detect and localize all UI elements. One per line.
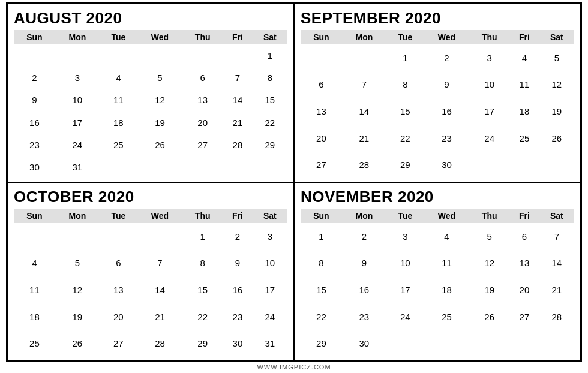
cal-day[interactable]: 4 xyxy=(424,223,469,250)
cal-day[interactable]: 28 xyxy=(342,151,386,178)
cal-day[interactable]: 24 xyxy=(469,125,509,152)
cal-day[interactable]: 10 xyxy=(55,89,100,111)
cal-day[interactable]: 25 xyxy=(424,303,469,330)
cal-day[interactable]: 21 xyxy=(342,125,386,152)
cal-day[interactable]: 23 xyxy=(424,125,469,152)
cal-day[interactable]: 16 xyxy=(424,98,469,125)
cal-day[interactable]: 9 xyxy=(424,71,469,98)
cal-day[interactable]: 24 xyxy=(386,303,424,330)
cal-day[interactable]: 24 xyxy=(253,303,287,330)
cal-day[interactable]: 1 xyxy=(301,223,342,250)
cal-day[interactable]: 13 xyxy=(509,250,539,277)
cal-day[interactable]: 12 xyxy=(469,250,509,277)
cal-day[interactable]: 17 xyxy=(253,276,287,303)
cal-day[interactable]: 7 xyxy=(342,71,386,98)
cal-day[interactable]: 6 xyxy=(509,223,539,250)
cal-day[interactable]: 30 xyxy=(14,156,55,178)
cal-day[interactable]: 7 xyxy=(223,67,252,89)
cal-day[interactable]: 4 xyxy=(100,67,137,89)
cal-day[interactable]: 2 xyxy=(14,67,55,89)
cal-day[interactable]: 10 xyxy=(253,250,287,277)
cal-day[interactable]: 16 xyxy=(342,276,386,303)
cal-day[interactable]: 17 xyxy=(386,276,424,303)
cal-day[interactable]: 28 xyxy=(223,134,252,156)
cal-day[interactable]: 8 xyxy=(182,250,223,277)
cal-day[interactable]: 27 xyxy=(100,330,137,357)
cal-day[interactable]: 17 xyxy=(469,98,509,125)
cal-day[interactable]: 5 xyxy=(137,67,182,89)
cal-day[interactable]: 15 xyxy=(301,276,342,303)
cal-day[interactable]: 19 xyxy=(55,303,100,330)
cal-day[interactable]: 11 xyxy=(509,71,539,98)
cal-day[interactable]: 4 xyxy=(14,250,55,277)
cal-day[interactable]: 24 xyxy=(55,134,100,156)
cal-day[interactable]: 10 xyxy=(386,250,424,277)
cal-day[interactable]: 14 xyxy=(342,98,386,125)
cal-day[interactable]: 18 xyxy=(424,276,469,303)
cal-day[interactable]: 1 xyxy=(386,44,424,71)
cal-day[interactable]: 14 xyxy=(223,89,252,111)
cal-day[interactable]: 30 xyxy=(342,330,386,357)
cal-day[interactable]: 1 xyxy=(253,44,287,67)
cal-day[interactable]: 11 xyxy=(100,89,137,111)
cal-day[interactable]: 26 xyxy=(469,303,509,330)
cal-day[interactable]: 18 xyxy=(509,98,539,125)
cal-day[interactable]: 19 xyxy=(539,98,574,125)
cal-day[interactable]: 20 xyxy=(301,125,342,152)
cal-day[interactable]: 12 xyxy=(55,276,100,303)
cal-day[interactable]: 13 xyxy=(301,98,342,125)
cal-day[interactable]: 7 xyxy=(539,223,574,250)
cal-day[interactable]: 7 xyxy=(137,250,182,277)
cal-day[interactable]: 25 xyxy=(100,134,137,156)
cal-day[interactable]: 29 xyxy=(301,330,342,357)
cal-day[interactable]: 6 xyxy=(100,250,137,277)
cal-day[interactable]: 9 xyxy=(223,250,252,277)
cal-day[interactable]: 22 xyxy=(253,111,287,133)
cal-day[interactable]: 27 xyxy=(182,134,223,156)
cal-day[interactable]: 21 xyxy=(137,303,182,330)
cal-day[interactable]: 8 xyxy=(386,71,424,98)
cal-day[interactable]: 16 xyxy=(14,111,55,133)
cal-day[interactable]: 19 xyxy=(137,111,182,133)
cal-day[interactable]: 30 xyxy=(223,330,252,357)
cal-day[interactable]: 2 xyxy=(342,223,386,250)
cal-day[interactable]: 21 xyxy=(223,111,252,133)
cal-day[interactable]: 31 xyxy=(253,330,287,357)
cal-day[interactable]: 28 xyxy=(137,330,182,357)
cal-day[interactable]: 1 xyxy=(182,223,223,250)
cal-day[interactable]: 3 xyxy=(55,67,100,89)
cal-day[interactable]: 11 xyxy=(14,276,55,303)
cal-day[interactable]: 12 xyxy=(539,71,574,98)
cal-day[interactable]: 10 xyxy=(469,71,509,98)
cal-day[interactable]: 25 xyxy=(14,330,55,357)
cal-day[interactable]: 29 xyxy=(182,330,223,357)
cal-day[interactable]: 18 xyxy=(100,111,137,133)
cal-day[interactable]: 3 xyxy=(469,44,509,71)
cal-day[interactable]: 2 xyxy=(223,223,252,250)
cal-day[interactable]: 6 xyxy=(182,67,223,89)
cal-day[interactable]: 18 xyxy=(14,303,55,330)
cal-day[interactable]: 22 xyxy=(386,125,424,152)
cal-day[interactable]: 3 xyxy=(386,223,424,250)
cal-day[interactable]: 22 xyxy=(182,303,223,330)
cal-day[interactable]: 8 xyxy=(253,67,287,89)
cal-day[interactable]: 12 xyxy=(137,89,182,111)
cal-day[interactable]: 15 xyxy=(386,98,424,125)
cal-day[interactable]: 16 xyxy=(223,276,252,303)
cal-day[interactable]: 15 xyxy=(253,89,287,111)
cal-day[interactable]: 21 xyxy=(539,276,574,303)
cal-day[interactable]: 5 xyxy=(539,44,574,71)
cal-day[interactable]: 17 xyxy=(55,111,100,133)
cal-day[interactable]: 2 xyxy=(424,44,469,71)
cal-day[interactable]: 20 xyxy=(182,111,223,133)
cal-day[interactable]: 5 xyxy=(55,250,100,277)
cal-day[interactable]: 9 xyxy=(342,250,386,277)
cal-day[interactable]: 28 xyxy=(539,303,574,330)
cal-day[interactable]: 29 xyxy=(386,151,424,178)
cal-day[interactable]: 4 xyxy=(509,44,539,71)
cal-day[interactable]: 23 xyxy=(14,134,55,156)
cal-day[interactable]: 27 xyxy=(509,303,539,330)
cal-day[interactable]: 26 xyxy=(55,330,100,357)
cal-day[interactable]: 15 xyxy=(182,276,223,303)
cal-day[interactable]: 22 xyxy=(301,303,342,330)
